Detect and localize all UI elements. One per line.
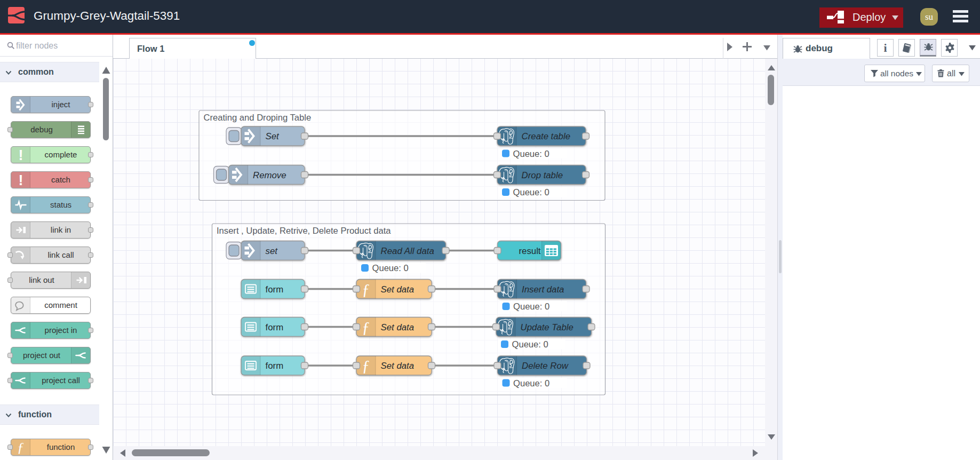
svg-text:Delete Row: Delete Row — [522, 361, 569, 371]
svg-text:Set: Set — [266, 131, 280, 141]
svg-text:ƒ: ƒ — [362, 280, 370, 298]
svg-text:ƒ: ƒ — [362, 318, 370, 336]
svg-text:Drop table: Drop table — [522, 170, 563, 180]
svg-text:!: ! — [19, 172, 23, 188]
svg-text:Set data: Set data — [381, 361, 415, 371]
svg-text:Queue: 0: Queue: 0 — [372, 263, 409, 273]
svg-text:Insert , Update, Retrive, Dele: Insert , Update, Retrive, Delete Product… — [217, 226, 391, 236]
svg-text:Set data: Set data — [381, 322, 415, 332]
svg-text:Remove: Remove — [253, 170, 286, 180]
svg-text:Queue: 0: Queue: 0 — [513, 378, 549, 388]
svg-text:Queue: 0: Queue: 0 — [513, 149, 549, 159]
svg-text:Read All data: Read All data — [381, 246, 434, 256]
svg-text:Queue: 0: Queue: 0 — [512, 339, 548, 350]
svg-text:form: form — [266, 322, 284, 332]
svg-text:Queue: 0: Queue: 0 — [513, 187, 549, 197]
svg-text:Insert data: Insert data — [522, 284, 564, 295]
svg-text:set: set — [266, 246, 278, 256]
svg-text:form: form — [266, 284, 284, 295]
svg-text:Queue: 0: Queue: 0 — [513, 302, 549, 312]
svg-text:ƒ: ƒ — [362, 356, 370, 374]
svg-text:!: ! — [19, 147, 23, 163]
svg-text:result: result — [519, 246, 541, 256]
svg-text:Creating and Droping Table: Creating and Droping Table — [204, 113, 312, 123]
svg-text:ƒ: ƒ — [17, 440, 24, 455]
svg-text:form: form — [266, 361, 284, 371]
svg-text:Update Table: Update Table — [521, 322, 573, 332]
svg-text:Set data: Set data — [381, 284, 415, 295]
svg-text:Create table: Create table — [522, 131, 570, 141]
